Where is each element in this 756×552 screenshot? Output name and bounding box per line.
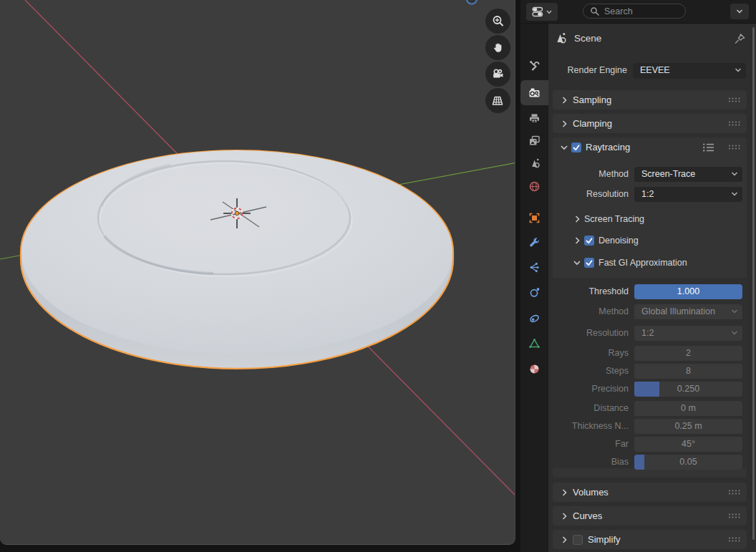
tab-render[interactable]: [528, 87, 541, 99]
threshold-slider[interactable]: 1.000: [634, 284, 742, 299]
panel-options-button[interactable]: [730, 4, 749, 19]
options-list-icon[interactable]: [702, 142, 715, 152]
render-properties-content: Scene Render Engine EEVEE Sampling: [548, 0, 756, 552]
chevron-down-icon: [730, 330, 739, 336]
scene-breadcrumb-icon: [553, 31, 568, 45]
rays-value: 2: [686, 348, 691, 358]
bias-fill-bar: [634, 455, 644, 470]
tab-material[interactable]: [528, 363, 541, 375]
section-clamping[interactable]: Clamping: [553, 114, 747, 133]
tab-modifiers[interactable]: [528, 237, 541, 249]
panel-scrollbar[interactable]: [752, 27, 755, 540]
denoising-checkbox[interactable]: [584, 236, 594, 246]
subsection-denoising[interactable]: Denoising: [571, 235, 639, 246]
section-simplify[interactable]: Simplify: [553, 530, 747, 549]
camera-icon: [491, 67, 505, 82]
denoising-label: Denoising: [598, 236, 639, 246]
chevron-down-icon: [730, 171, 739, 178]
zoom-icon: [491, 14, 505, 29]
object-icon: [528, 212, 541, 224]
particles-icon: [528, 261, 541, 273]
drag-handle-icon[interactable]: [728, 489, 741, 495]
threshold-label: Threshold: [553, 284, 629, 299]
tab-physics[interactable]: [528, 286, 541, 299]
modifier-wrench-icon: [528, 237, 541, 249]
precision-label: Precision: [553, 382, 629, 397]
section-label: Curves: [573, 510, 602, 521]
drag-handle-icon[interactable]: [728, 120, 741, 127]
breadcrumb-label[interactable]: Scene: [574, 33, 601, 44]
resolution-value: 1:2: [634, 189, 654, 199]
raytracing-checkbox[interactable]: [571, 142, 581, 152]
drag-handle-icon[interactable]: [728, 536, 741, 543]
pan-button[interactable]: [485, 35, 510, 60]
tab-tool[interactable]: [528, 59, 541, 72]
gi-resolution-value: 1:2: [634, 328, 654, 338]
render-icon: [528, 87, 541, 99]
precision-fill-bar: [634, 382, 659, 397]
section-label: Clamping: [573, 118, 612, 129]
section-volumes[interactable]: Volumes: [553, 483, 747, 502]
raytracing-header[interactable]: Raytracing: [553, 137, 747, 157]
render-engine-select[interactable]: EEVEE: [633, 63, 746, 79]
3d-viewport[interactable]: [0, 0, 515, 545]
zoom-button[interactable]: [485, 9, 510, 34]
tab-object[interactable]: [528, 212, 541, 224]
scene-canvas: [0, 0, 515, 544]
tool-icon: [528, 59, 541, 72]
properties-editor-icon: [532, 6, 544, 18]
tab-scene[interactable]: [528, 157, 541, 169]
chevron-down-icon: [558, 142, 570, 153]
bias-label: Bias: [553, 455, 629, 470]
gi-resolution-select: 1:2: [634, 326, 742, 341]
simplify-checkbox[interactable]: [573, 535, 583, 545]
editor-type-button[interactable]: [526, 3, 558, 21]
steps-value: 8: [686, 366, 691, 376]
breadcrumb: Scene: [553, 30, 601, 46]
drag-handle-icon[interactable]: [728, 97, 741, 103]
far-field: 45°: [634, 437, 742, 452]
drag-handle-icon[interactable]: [728, 144, 741, 150]
bias-value: 0.05: [679, 457, 697, 467]
fast-gi-checkbox[interactable]: [584, 258, 594, 268]
raytracing-resolution-select[interactable]: 1:2: [634, 187, 742, 202]
toggle-orthographic-button[interactable]: [485, 88, 510, 113]
constraints-icon: [528, 312, 541, 324]
nav-gizmo-axis: [467, 0, 477, 4]
section-raytracing: Raytracing Method Screen-Trace Resolutio…: [553, 137, 747, 478]
screen-tracing-label: Screen Tracing: [584, 214, 644, 224]
pin-icon: [733, 32, 747, 46]
tab-object-data[interactable]: [528, 337, 541, 349]
chevron-right-icon: [558, 487, 570, 498]
pin-button[interactable]: [733, 32, 747, 49]
gi-method-value: Global Illumination: [634, 306, 715, 316]
scene-icon: [528, 157, 541, 169]
search-placeholder: Search: [604, 6, 633, 16]
raytracing-method-select[interactable]: Screen-Trace: [634, 167, 742, 182]
world-icon: [528, 180, 541, 193]
raytracing-label: Raytracing: [586, 142, 630, 152]
properties-tab-strip: [520, 23, 548, 552]
gi-method-select: Global Illumination: [634, 304, 742, 319]
tab-constraints[interactable]: [528, 312, 541, 324]
tab-view-layer[interactable]: [528, 135, 541, 147]
search-icon: [590, 6, 600, 16]
subsection-screen-tracing[interactable]: Screen Tracing: [571, 213, 644, 225]
method-label: Method: [553, 167, 629, 182]
section-curves[interactable]: Curves: [553, 506, 747, 526]
section-label: Simplify: [588, 534, 621, 545]
subsection-fast-gi[interactable]: Fast GI Approximation: [571, 257, 687, 268]
drag-handle-icon[interactable]: [728, 513, 741, 519]
camera-view-button[interactable]: [485, 62, 510, 87]
section-sampling[interactable]: Sampling: [553, 90, 747, 110]
search-input[interactable]: Search: [583, 4, 686, 19]
rays-label: Rays: [553, 346, 629, 361]
distance-value: 0 m: [681, 403, 696, 413]
chevron-down-icon: [730, 191, 739, 198]
tab-world[interactable]: [528, 180, 541, 193]
chevron-down-icon: [546, 9, 553, 15]
tab-particles[interactable]: [528, 261, 541, 273]
chevron-right-icon: [571, 213, 583, 225]
thickness-value: 0.25 m: [674, 421, 702, 431]
tab-output[interactable]: [528, 112, 541, 125]
